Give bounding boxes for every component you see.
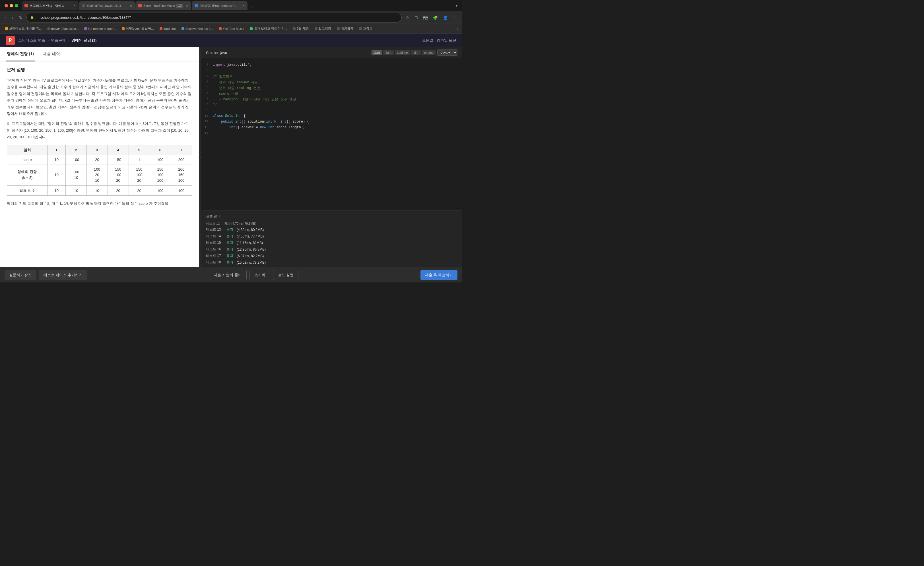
code-line: 11 public int[] solution(int k, int[] sc… xyxy=(201,120,462,126)
tab-problem[interactable]: 명예의 전당 (1) xyxy=(6,48,35,61)
result-row: 테스트 19 통과 (2.19ms, 73.8MB) xyxy=(201,266,462,267)
back-button[interactable]: ‹ xyxy=(3,14,8,21)
close-button[interactable] xyxy=(4,4,8,7)
panel-tab-bar: 명예의 전당 (1) 제출 내역 xyxy=(0,47,199,61)
tab-close-icon[interactable]: ✕ xyxy=(130,4,132,7)
bookmark-favicon xyxy=(160,27,162,30)
bookmark-item[interactable]: 5월 채용 xyxy=(291,26,310,31)
other-solution-button[interactable]: 다른 사람의 풀이 xyxy=(209,270,246,280)
problem-text-1: "명예의 전당"이라는 TV 프로그램에서는 매일 1명의 가수가 노래를 부르… xyxy=(7,77,192,117)
theme-sublime-btn[interactable]: sublime xyxy=(395,50,410,55)
ask-question-button[interactable]: 질문하기 (37) xyxy=(4,270,36,280)
table-header: 5 xyxy=(129,145,150,155)
tab-favicon xyxy=(195,4,198,7)
refresh-button[interactable]: ↻ xyxy=(17,14,24,21)
help-button[interactable]: 도움말 xyxy=(422,38,433,43)
breadcrumb-item[interactable]: 코딩테스트 연습 xyxy=(18,38,45,43)
run-code-button[interactable]: 코드 실행 xyxy=(273,270,299,280)
bookmark-star-button[interactable]: ☆ xyxy=(404,14,411,21)
theme-vim-btn[interactable]: vim xyxy=(411,50,420,55)
resize-handle[interactable]: = xyxy=(201,203,462,210)
bookmark-item[interactable]: YouTube Music xyxy=(217,27,246,31)
browser-tab[interactable]: Siren - YouTube Music 🔊 ✕ xyxy=(135,1,191,10)
filename-label: Solution.java xyxy=(206,51,227,55)
breadcrumb-item[interactable]: 연습문제 xyxy=(51,38,66,43)
screen-cast-button[interactable]: ⊡ xyxy=(413,14,420,21)
tab-favicon xyxy=(82,4,86,7)
bookmark-item[interactable]: 대외활동 xyxy=(335,26,355,31)
compile-options-button[interactable]: 컴파일 옵션 xyxy=(436,38,456,43)
bookmark-label: 대외활동 xyxy=(341,27,353,31)
tab-favicon xyxy=(24,4,28,7)
tab-label: (작성중) [Programmers / Level... xyxy=(200,4,240,8)
bookmark-item[interactable]: Git remote branch... xyxy=(82,27,117,31)
code-line: 5 순위 배열 ranking 선언 xyxy=(201,85,462,91)
code-line: 8 */ xyxy=(201,103,462,108)
browser-tab[interactable]: CodingTest_Java/프로그래머스... ✕ xyxy=(79,1,135,10)
result-row: 테스트 17 통과 (6.97ms, 82.2MB) xyxy=(201,253,462,259)
result-row: 테스트 14 통과 (7.58ms, 77.4MB) xyxy=(201,233,462,240)
profile-button[interactable]: 👤 xyxy=(441,14,450,21)
browser-tab[interactable]: (작성중) [Programmers / Level... ✕ xyxy=(192,1,248,10)
bookmark-label: 내가 보려고 정리한 정... xyxy=(254,27,287,31)
bookmark-favicon xyxy=(337,27,340,30)
table-header: 7 xyxy=(171,145,192,155)
bookmark-item[interactable]: YouTube xyxy=(158,27,177,31)
submit-button[interactable]: 제출 후 채점하기 xyxy=(420,270,458,280)
bookmark-favicon xyxy=(5,27,8,30)
tab-close-icon[interactable]: ✕ xyxy=(242,4,244,7)
panel-divider[interactable]: ⋮ xyxy=(199,47,201,267)
theme-emacs-btn[interactable]: emacs xyxy=(422,50,435,55)
tab-list-dropdown[interactable]: ▾ xyxy=(453,3,460,9)
bookmark-label: tony9402/baekjoo... xyxy=(51,27,78,30)
bookmark-label: YouTube xyxy=(164,27,176,30)
bookmark-favicon xyxy=(359,27,362,30)
table-row: 발표 점수 1010102020100100 xyxy=(7,186,192,196)
bookmark-favicon xyxy=(219,27,222,30)
bookmark-label: 교학교 xyxy=(363,27,372,31)
new-tab-button[interactable]: + xyxy=(248,4,256,10)
bookmark-favicon xyxy=(84,27,87,30)
bookmark-item[interactable]: tony9402/baekjoo... xyxy=(45,27,80,31)
audio-icon[interactable]: 🔊 xyxy=(176,4,183,8)
code-line: 13 xyxy=(201,131,462,137)
bookmark-favicon xyxy=(293,27,296,30)
code-line: 1 import java.util.*; xyxy=(201,63,462,69)
forward-button[interactable]: › xyxy=(10,14,15,21)
minimize-button[interactable] xyxy=(10,4,13,7)
browser-tab[interactable]: 코딩테스트 연습 - 명예의 전당 (1) ✕ xyxy=(22,1,78,10)
example-table: 일차 1 2 3 4 5 6 7 xyxy=(7,145,192,196)
reset-button[interactable]: 초기화 xyxy=(249,270,270,280)
bookmark-item[interactable]: 교학교 xyxy=(357,26,374,31)
tab-close-icon[interactable]: ✕ xyxy=(74,4,76,7)
tab-favicon xyxy=(138,4,142,7)
table-header: 6 xyxy=(150,145,171,155)
bookmark-label: Discover the top s... xyxy=(186,27,213,30)
url-input[interactable] xyxy=(36,14,398,21)
bookmark-item[interactable]: 알고리즘 xyxy=(313,26,333,31)
bookmark-item[interactable]: Discover the top s... xyxy=(180,27,215,31)
theme-dark-btn[interactable]: dark xyxy=(372,50,382,55)
maximize-button[interactable] xyxy=(15,4,18,7)
bookmark-item[interactable]: 커밋(commit) 날짜... xyxy=(120,26,156,31)
add-test-case-button[interactable]: 테스트 케이스 추가하기 xyxy=(39,270,87,280)
bookmark-favicon xyxy=(122,27,124,30)
table-header: 일차 xyxy=(7,145,48,155)
extension-button[interactable]: 🧩 xyxy=(431,14,440,21)
tab-label: Siren - YouTube Music xyxy=(143,4,175,7)
screenshot-button[interactable]: 📷 xyxy=(422,14,430,21)
code-line: 6 score 순회 xyxy=(201,91,462,97)
breadcrumb: 코딩테스트 연습 › 연습문제 › 명예의 전당 (1) xyxy=(18,38,96,43)
table-header: 3 xyxy=(87,145,108,155)
menu-button[interactable]: ⋮ xyxy=(451,14,459,21)
tab-submissions[interactable]: 제출 내역 xyxy=(42,48,61,61)
theme-light-btn[interactable]: light xyxy=(383,50,393,55)
bookmarks-overflow[interactable]: » xyxy=(457,27,459,30)
result-row: 테스트 15 통과 (11.16ms, 82MB) xyxy=(201,240,462,246)
bookmark-item[interactable]: 내가 보려고 정리한 정... xyxy=(248,26,289,31)
code-editor[interactable]: 1 import java.util.*; 2 3 /* 알고리즘 4 결과 배… xyxy=(201,58,462,203)
bookmark-label: Git remote branch... xyxy=(88,27,116,30)
tab-close-icon[interactable]: ✕ xyxy=(186,4,188,7)
bookmark-item[interactable]: 코딩테스트 대비를 위... xyxy=(3,26,43,31)
language-select[interactable]: Java ▾ xyxy=(437,49,458,56)
